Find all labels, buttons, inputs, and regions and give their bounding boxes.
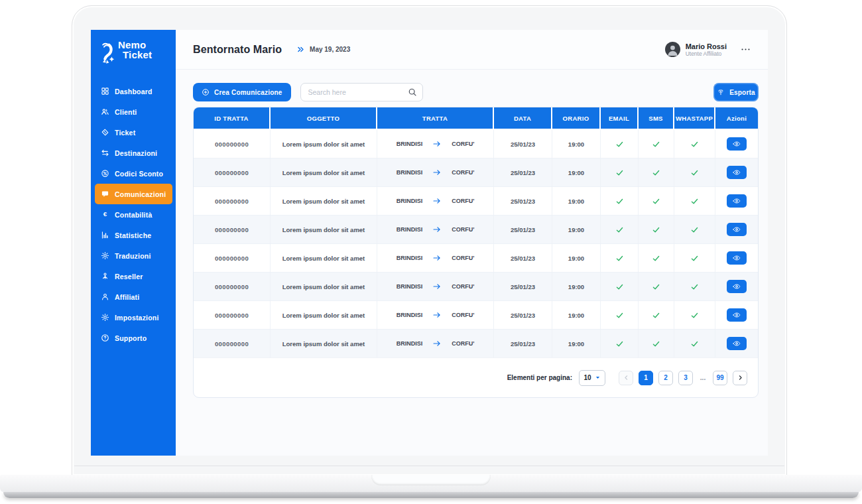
cell-id-tratta: 000000000 [194,130,271,158]
view-row-button[interactable] [727,251,747,265]
search-input[interactable] [300,83,423,101]
table-row: 000000000 Lorem ipsum dolor sit amet BRI… [194,186,758,215]
check-icon [615,283,624,291]
more-options-icon[interactable] [740,44,751,55]
per-page-select[interactable]: 10 [579,370,605,386]
cell-data: 25/01/23 [494,187,552,215]
page-ellipsis: ... [698,371,708,385]
next-page-button[interactable] [733,371,747,385]
table-body: 000000000 Lorem ipsum dolor sit amet BRI… [194,129,758,357]
topbar: Bentornato Mario May 19, 2023 Mario Ross… [176,30,768,70]
page-button-current[interactable]: 1 [639,371,653,385]
sidebar-item-dashboard[interactable]: Dashboard [95,81,172,101]
sidebar-item-label: Reseller [115,273,143,281]
sidebar-item-traduzioni[interactable]: Traduzioni [95,245,172,266]
laptop-lid-notch [371,475,491,485]
svg-text:€: € [103,210,107,218]
cell-whatsapp [674,130,715,158]
brand-logo[interactable]: Nemo Ticket [91,30,176,66]
page-button[interactable]: 2 [658,371,673,385]
laptop-base-edge [3,492,859,498]
table-row: 000000000 Lorem ipsum dolor sit amet BRI… [194,329,758,357]
sidebar-item-icon [101,149,109,157]
sidebar-item-icon: € [101,210,109,219]
sidebar-nav: Dashboard Clienti Ticket Destinazioni Co… [91,81,176,348]
sidebar-item-clienti[interactable]: Clienti [95,101,172,122]
tratta-from: BRINDISI [397,255,423,261]
sidebar-item-icon [101,292,109,301]
column-header: ID TRATTA [194,107,271,129]
sidebar-item-supporto[interactable]: Supporto [95,328,172,348]
page-button[interactable]: 99 [713,371,727,385]
table-row: 000000000 Lorem ipsum dolor sit amet BRI… [194,272,758,300]
per-page-value: 10 [584,374,591,381]
sidebar-item-contabilità[interactable]: € Contabilità [95,204,172,225]
sidebar-item-comunicazioni[interactable]: Comunicazioni [95,184,172,204]
column-header: EMAIL [601,107,639,129]
arrow-right-icon [432,310,442,320]
sidebar-item-destinazioni[interactable]: Destinazioni [95,143,172,163]
view-row-button[interactable] [727,137,747,151]
main-area: Bentornato Mario May 19, 2023 Mario Ross… [176,30,768,456]
cell-oggetto: Lorem ipsum dolor sit amet [271,330,377,357]
view-row-button[interactable] [727,337,747,350]
view-row-button[interactable] [727,308,747,322]
check-icon [652,340,660,348]
sidebar-item-label: Comunicazioni [115,190,166,198]
page-button[interactable]: 3 [678,371,693,385]
cell-email [601,244,639,272]
sidebar-item-icon [101,169,109,178]
cell-whatsapp [674,216,715,243]
cell-orario: 19:00 [552,158,601,186]
eye-icon [732,282,741,291]
brand-name-line1: Nemo [118,40,152,50]
tratta-from: BRINDISI [397,312,423,318]
cell-whatsapp [674,330,715,357]
check-icon [690,311,699,320]
user-chip[interactable]: Mario Rossi Utente Affiliato [665,42,727,57]
create-communication-button[interactable]: Crea Comunicazione [193,83,291,101]
column-header: ORARIO [552,107,601,129]
arrow-right-icon [432,139,442,149]
cell-oggetto: Lorem ipsum dolor sit amet [271,187,377,215]
cell-id-tratta: 000000000 [194,244,271,272]
cell-sms [639,216,674,243]
cell-tratta: BRINDISI CORFU' [377,244,494,272]
view-row-button[interactable] [727,166,747,179]
cell-data: 25/01/23 [494,330,552,357]
user-role: Utente Affiliato [686,50,727,57]
sidebar-item-codici-sconto[interactable]: Codici Sconto [95,163,172,184]
cell-sms [639,187,674,215]
cell-email [601,130,639,158]
column-header: Azioni [715,107,758,129]
sidebar-item-label: Dashboard [115,88,153,95]
tratta-from: BRINDISI [397,141,423,147]
column-header: WHASTAPP [674,107,715,129]
sidebar-item-reseller[interactable]: Reseller [95,266,172,286]
sidebar-item-statistiche[interactable]: Statistiche [95,225,172,245]
table-row: 000000000 Lorem ipsum dolor sit amet BRI… [194,300,758,329]
view-row-button[interactable] [727,280,747,293]
arrow-right-icon [432,196,442,206]
search-icon [408,88,417,97]
export-button[interactable]: Esporta [713,83,759,101]
arrow-right-icon [432,282,442,291]
sidebar-item-ticket[interactable]: Ticket [95,122,172,143]
sidebar-item-impostazioni[interactable]: Impostazioni [95,307,172,328]
sidebar: Nemo Ticket Dashboard Clienti Ticket Des… [91,30,176,456]
tratta-from: BRINDISI [397,283,423,290]
check-icon [615,254,624,263]
cell-email [601,216,639,243]
view-row-button[interactable] [727,194,747,208]
prev-page-button[interactable] [619,371,633,385]
pager: 123...99 [619,371,747,385]
cell-sms [639,301,674,329]
per-page-label: Elementi per pagina: [507,374,572,381]
sidebar-item-affiliati[interactable]: Affiliati [95,286,172,307]
cell-data: 25/01/23 [494,301,552,329]
eye-icon [732,225,741,234]
view-row-button[interactable] [727,223,747,236]
avatar[interactable] [665,42,680,57]
column-header: OGGETTO [271,107,377,129]
cell-data: 25/01/23 [494,273,552,300]
